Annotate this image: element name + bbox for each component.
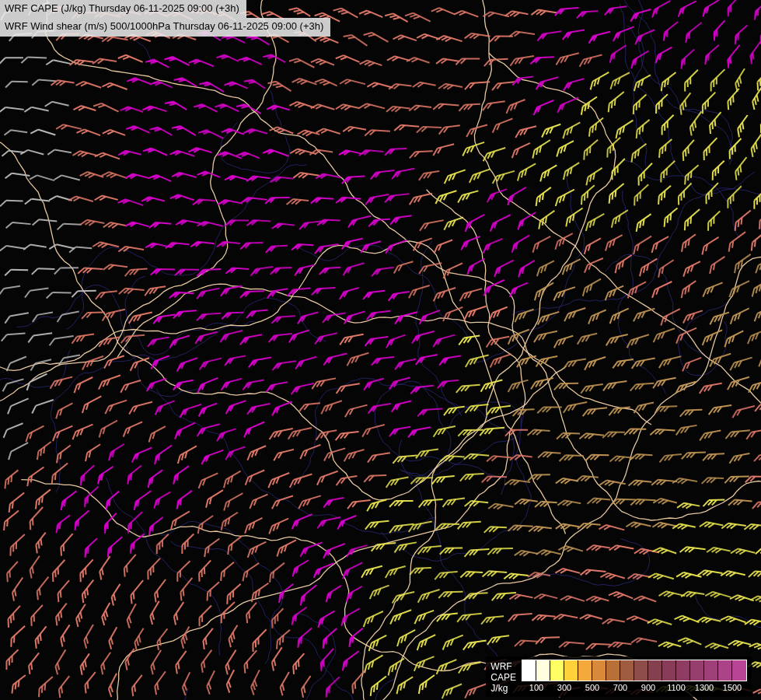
legend-color-cell [592, 660, 606, 681]
legend-title-variable: CAPE [490, 672, 516, 683]
legend-tick: 700 [613, 683, 627, 692]
legend-tick: 1300 [695, 683, 714, 692]
legend-color-cell [718, 660, 732, 681]
legend-color-cell [606, 660, 620, 681]
legend-tick: 1500 [723, 683, 742, 692]
legend-color-cell [536, 660, 550, 681]
legend-title-model: WRF [490, 661, 516, 672]
legend-color-cell [648, 660, 662, 681]
legend-tick: 500 [585, 683, 599, 692]
legend-tick: 900 [641, 683, 655, 692]
legend-color-cell [620, 660, 634, 681]
legend-title: WRF CAPE J/kg [490, 660, 516, 694]
legend-tick: 100 [529, 683, 543, 692]
cape-legend: WRF CAPE J/kg 10030050070090011001300150… [486, 656, 752, 697]
legend-color-cell [578, 660, 592, 681]
legend-tick: 300 [557, 683, 571, 692]
legend-color-cell [690, 660, 704, 681]
legend-color-cell [634, 660, 648, 681]
legend-title-units: J/kg [490, 683, 516, 694]
title-line-cape: WRF CAPE (J/kg) Thursday 06-11-2025 09:0… [0, 0, 246, 18]
legend-colorbar [522, 660, 747, 681]
title-overlay: WRF CAPE (J/kg) Thursday 06-11-2025 09:0… [0, 0, 330, 37]
legend-color-cell [564, 660, 578, 681]
title-line-windshear: WRF Wind shear (m/s) 500/1000hPa Thursda… [0, 18, 330, 36]
legend-tick: 1100 [667, 683, 686, 692]
legend-colorbar-wrap: 100300500700900110013001500 [522, 660, 747, 695]
legend-color-cell [550, 660, 564, 681]
wind-barb-map-canvas [0, 0, 761, 700]
legend-color-cell [662, 660, 676, 681]
legend-color-cell [522, 660, 536, 681]
weather-map-stage: WRF CAPE (J/kg) Thursday 06-11-2025 09:0… [0, 0, 761, 700]
legend-color-cell [732, 660, 746, 681]
legend-color-cell [676, 660, 690, 681]
legend-color-cell [704, 660, 718, 681]
legend-tick-row: 100300500700900110013001500 [522, 683, 747, 695]
